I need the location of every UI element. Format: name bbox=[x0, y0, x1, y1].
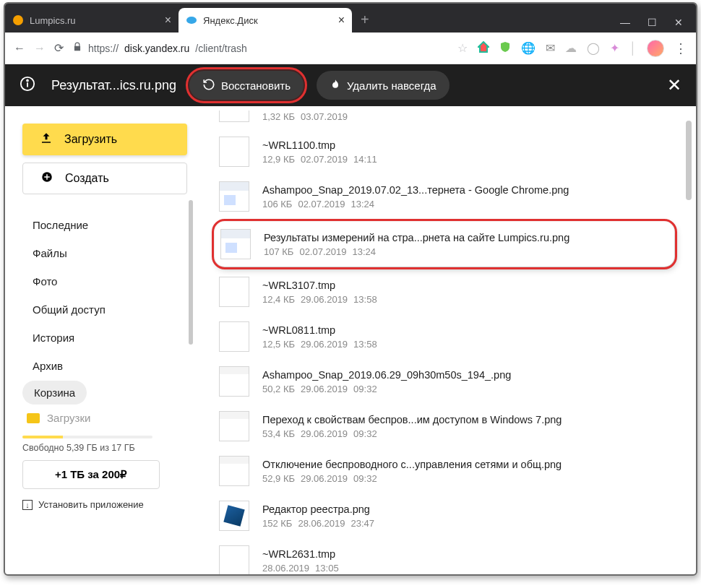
globe-ext-icon[interactable]: 🌐 bbox=[521, 41, 536, 55]
upload-icon bbox=[40, 131, 53, 147]
upload-button[interactable]: Загрузить bbox=[22, 124, 187, 155]
file-row[interactable]: Редактор реестра.png152 КБ28.06.201923:4… bbox=[213, 493, 676, 538]
mail-ext-icon[interactable]: ✉ bbox=[546, 41, 555, 55]
install-label: Установить приложение bbox=[38, 499, 144, 510]
download-box-icon: ↓ bbox=[22, 500, 33, 510]
forward-button[interactable]: → bbox=[34, 42, 46, 55]
create-button[interactable]: Создать bbox=[22, 163, 187, 194]
sidebar-item-photo[interactable]: Фото bbox=[22, 268, 187, 295]
list-scrollbar[interactable] bbox=[686, 121, 692, 200]
upload-label: Загрузить bbox=[64, 133, 117, 146]
upgrade-button[interactable]: +1 ТБ за 200₽ bbox=[22, 460, 160, 489]
file-name: ~WRL1100.tmp bbox=[262, 139, 377, 151]
file-name: Отключение беспроводного с...управления … bbox=[262, 459, 562, 470]
file-row[interactable]: Ashampoo_Snap_2019.06.29_09h30m50s_194_.… bbox=[213, 359, 676, 404]
url-host: disk.yandex.ru bbox=[124, 43, 189, 54]
quota-text: Свободно 5,39 ГБ из 17 ГБ bbox=[22, 443, 187, 453]
sidebar-scrollbar[interactable] bbox=[189, 200, 193, 345]
new-tab-button[interactable]: + bbox=[352, 12, 378, 33]
back-button[interactable]: ← bbox=[14, 42, 25, 55]
file-name: Результаты измерений на стра...рнета на … bbox=[264, 232, 569, 243]
tab-title: Яндекс.Диск bbox=[203, 15, 258, 26]
install-app-link[interactable]: ↓ Установить приложение bbox=[22, 499, 187, 510]
file-name: ~WRL2631.tmp bbox=[262, 548, 339, 560]
file-meta: 52,9 КБ29.06.201909:32 bbox=[262, 473, 562, 484]
file-meta: 28.06.201913:05 bbox=[262, 563, 339, 574]
file-list: 1,32 КБ03.07.2019~WRL1100.tmp12,9 КБ02.0… bbox=[200, 106, 696, 574]
profile-avatar[interactable] bbox=[647, 40, 664, 57]
file-row[interactable]: Отключение беспроводного с...управления … bbox=[213, 449, 676, 493]
browser-menu-button[interactable]: ⋮ bbox=[674, 40, 687, 56]
file-thumbnail bbox=[219, 366, 249, 397]
info-icon[interactable] bbox=[20, 76, 35, 95]
house-ext-icon[interactable] bbox=[478, 41, 489, 56]
close-icon[interactable]: × bbox=[338, 14, 345, 27]
file-row[interactable]: ~WRL2631.tmp28.06.201913:05 bbox=[213, 538, 676, 574]
selection-actionbar: Результат...ics.ru.png Восстановить Удал… bbox=[5, 64, 696, 106]
sidebar-item-files[interactable]: Файлы bbox=[22, 240, 187, 267]
window-controls: — ☐ ✕ bbox=[607, 17, 696, 33]
tab-yandex-disk[interactable]: Яндекс.Диск × bbox=[179, 8, 352, 33]
shield2-ext-icon[interactable]: ◯ bbox=[587, 41, 600, 55]
address-bar[interactable]: https:// disk.yandex.ru /client/trash bbox=[72, 42, 247, 54]
file-meta: 152 КБ28.06.201923:47 bbox=[262, 518, 374, 529]
restore-button[interactable]: Восстановить bbox=[189, 71, 304, 100]
shield-ext-icon[interactable] bbox=[499, 41, 511, 56]
file-name: Ashampoo_Snap_2019.06.29_09h30m50s_194_.… bbox=[262, 369, 511, 381]
create-label: Создать bbox=[65, 172, 109, 185]
svg-point-1 bbox=[186, 17, 197, 24]
file-row[interactable]: ~WRL0811.tmp12,5 КБ29.06.201913:58 bbox=[213, 314, 676, 359]
file-meta: 1,32 КБ03.07.2019 bbox=[262, 111, 348, 122]
quota-bar bbox=[22, 436, 152, 438]
delete-forever-button[interactable]: Удалить навсегда bbox=[317, 71, 450, 100]
file-meta: 12,4 КБ29.06.201913:58 bbox=[262, 294, 377, 305]
sidebar-item-history[interactable]: История bbox=[22, 324, 187, 351]
url-protocol: https:// bbox=[88, 43, 119, 54]
file-meta: 53,4 КБ29.06.201909:32 bbox=[262, 428, 562, 439]
cloud-ext-icon[interactable]: ☁ bbox=[565, 41, 577, 55]
file-thumbnail bbox=[219, 111, 249, 122]
file-meta: 107 КБ02.07.201913:24 bbox=[264, 246, 569, 257]
file-thumbnail bbox=[219, 181, 249, 212]
star-icon[interactable]: ☆ bbox=[457, 41, 468, 55]
file-name: Ashampoo_Snap_2019.07.02_13...тернета - … bbox=[262, 184, 569, 196]
file-row[interactable]: Результаты измерений на стра...рнета на … bbox=[215, 222, 674, 267]
restore-icon bbox=[202, 78, 215, 93]
svg-point-0 bbox=[13, 15, 23, 25]
reload-button[interactable]: ⟳ bbox=[54, 41, 64, 55]
sidebar-item-shared[interactable]: Общий доступ bbox=[22, 296, 187, 323]
close-actionbar-button[interactable]: ✕ bbox=[667, 75, 681, 95]
flame-icon bbox=[330, 78, 341, 93]
sidebar-item-recent[interactable]: Последние bbox=[22, 212, 187, 238]
lock-icon bbox=[72, 42, 82, 54]
sidebar-folder-downloads[interactable]: Загрузки bbox=[22, 405, 187, 431]
file-name: Редактор реестра.png bbox=[262, 503, 374, 515]
file-row[interactable]: ~WRL3107.tmp12,4 КБ29.06.201913:58 bbox=[213, 269, 676, 314]
sidebar-item-archive[interactable]: Архив bbox=[22, 353, 187, 379]
close-icon[interactable]: × bbox=[165, 14, 171, 27]
url-path: /client/trash bbox=[195, 43, 247, 54]
plus-icon bbox=[40, 170, 53, 186]
selected-filename: Результат...ics.ru.png bbox=[51, 78, 176, 93]
svg-marker-2 bbox=[478, 42, 489, 52]
close-window-icon[interactable]: ✕ bbox=[674, 17, 683, 28]
file-name: ~WRL0811.tmp bbox=[262, 324, 377, 336]
sidebar-item-trash[interactable]: Корзина bbox=[22, 381, 87, 405]
folder-label: Загрузки bbox=[47, 412, 90, 424]
file-row[interactable]: ~WRL1100.tmp12,9 КБ02.07.201914:11 bbox=[213, 129, 676, 174]
file-thumbnail bbox=[219, 277, 249, 307]
folder-icon bbox=[27, 413, 40, 423]
minimize-icon[interactable]: — bbox=[620, 17, 630, 28]
svg-point-5 bbox=[27, 80, 28, 82]
file-row[interactable]: Ashampoo_Snap_2019.07.02_13...тернета - … bbox=[213, 174, 676, 219]
maximize-icon[interactable]: ☐ bbox=[648, 17, 657, 28]
file-name: ~WRL3107.tmp bbox=[262, 280, 377, 291]
tab-lumpics[interactable]: Lumpics.ru × bbox=[5, 8, 179, 33]
file-meta: 106 КБ02.07.201913:24 bbox=[262, 199, 569, 209]
file-meta: 12,9 КБ02.07.201914:11 bbox=[262, 154, 377, 165]
file-meta: 50,2 КБ29.06.201909:32 bbox=[262, 384, 511, 394]
file-row[interactable]: Переход к свойствам беспров...им доступо… bbox=[213, 404, 676, 449]
file-row[interactable]: 1,32 КБ03.07.2019 bbox=[213, 111, 676, 129]
file-thumbnail bbox=[219, 456, 249, 486]
spark-ext-icon[interactable]: ✦ bbox=[610, 41, 619, 55]
